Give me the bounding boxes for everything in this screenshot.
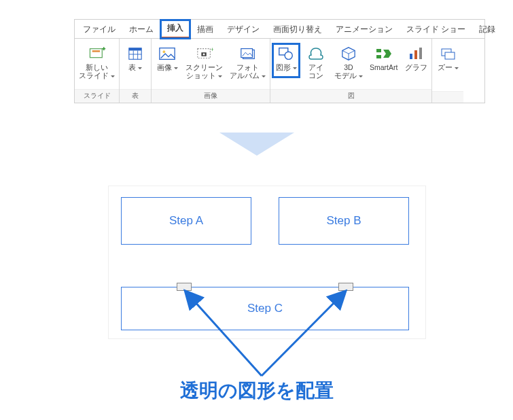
transparent-shape-left[interactable] (177, 283, 192, 291)
3dmodel-button[interactable]: 3D モデル (333, 44, 364, 81)
shapes-button[interactable]: 図形 (273, 44, 299, 77)
new-slide-label: 新しい スライド (79, 63, 115, 80)
svg-rect-0 (90, 49, 102, 58)
down-arrow-icon (219, 133, 294, 156)
table-label: 表 (128, 63, 142, 71)
transparent-shape-right[interactable] (338, 283, 353, 291)
ribbon-body: 新しい スライド スライド (75, 39, 484, 103)
group-slides: 新しい スライド スライド (75, 39, 120, 103)
tab-animation[interactable]: アニメーション (329, 20, 400, 39)
svg-rect-5 (129, 48, 141, 51)
group-zoom: ズー (432, 39, 463, 103)
step-a-box[interactable]: Step A (121, 197, 251, 245)
zoom-icon (438, 46, 457, 62)
ribbon-tabs: ファイル ホーム 挿入 描画 デザイン 画面切り替え アニメーション スライド … (75, 20, 484, 39)
svg-point-18 (285, 52, 292, 59)
zoom-label: ズー (438, 63, 459, 71)
group-slides-label: スライド (75, 89, 119, 103)
icons-button[interactable]: アイ コン (303, 44, 329, 81)
tab-design[interactable]: デザイン (220, 20, 266, 39)
group-zoom-label (432, 91, 463, 103)
picture-button[interactable]: 画像 (154, 44, 180, 73)
photoalbum-icon (238, 46, 258, 62)
picture-label: 画像 (157, 63, 178, 71)
chart-button[interactable]: グラフ (403, 44, 429, 73)
svg-rect-25 (414, 50, 417, 59)
step-b-box[interactable]: Step B (279, 197, 409, 245)
ribbon: ファイル ホーム 挿入 描画 デザイン 画面切り替え アニメーション スライド … (74, 19, 485, 103)
step-c-box[interactable]: Step C (121, 287, 409, 330)
new-slide-icon (88, 46, 107, 62)
group-images: 画像 + スクリーン ショット (152, 39, 270, 103)
group-tables: 表 表 (120, 39, 152, 103)
icons-label: アイ コン (308, 63, 323, 80)
tab-file[interactable]: ファイル (76, 20, 122, 39)
smartart-button[interactable]: SmartArt (368, 44, 399, 73)
tab-slideshow[interactable]: スライド ショー (400, 20, 472, 39)
shapes-label: 図形 (276, 63, 297, 71)
svg-rect-26 (419, 48, 422, 59)
group-images-label: 画像 (152, 89, 270, 103)
tab-record[interactable]: 記録 (472, 20, 502, 39)
table-icon (126, 46, 145, 62)
svg-point-10 (163, 50, 166, 53)
tab-insert[interactable]: 挿入 (160, 20, 190, 39)
svg-marker-23 (383, 50, 391, 58)
new-slide-button[interactable]: 新しい スライド (77, 44, 116, 81)
diagram-canvas: Step A Step B Step C (109, 186, 425, 338)
tab-transition[interactable]: 画面切り替え (266, 20, 329, 39)
svg-rect-24 (410, 54, 412, 59)
photoalbum-button[interactable]: フォト アルバム (228, 44, 267, 81)
cube-icon (339, 46, 358, 62)
photoalbum-label: フォト アルバム (230, 63, 266, 80)
zoom-button[interactable]: ズー (435, 44, 461, 73)
group-illustrations: 図形 アイ コン (270, 39, 432, 103)
tab-home[interactable]: ホーム (122, 20, 160, 39)
smartart-label: SmartArt (370, 63, 397, 71)
screenshot-label: スクリーン ショット (185, 63, 223, 80)
chart-icon (406, 46, 425, 62)
table-button[interactable]: 表 (122, 44, 148, 73)
svg-text:+: + (211, 46, 213, 53)
icons-icon (306, 46, 325, 62)
caption-text: 透明の図形を配置 (0, 378, 513, 404)
picture-icon (158, 46, 177, 62)
3dmodel-label: 3D モデル (334, 63, 363, 80)
tab-draw[interactable]: 描画 (190, 20, 220, 39)
svg-rect-28 (445, 52, 455, 59)
svg-rect-21 (376, 49, 381, 52)
group-tables-label: 表 (120, 89, 151, 103)
svg-point-13 (202, 53, 205, 55)
group-illust-label: 図 (270, 89, 431, 103)
svg-rect-22 (376, 55, 381, 58)
screenshot-icon: + (195, 46, 214, 62)
svg-rect-1 (92, 50, 99, 52)
shapes-icon (277, 46, 296, 62)
screenshot-button[interactable]: + スクリーン ショット (184, 44, 224, 81)
chart-label: グラフ (405, 63, 427, 71)
smartart-icon (374, 46, 393, 62)
